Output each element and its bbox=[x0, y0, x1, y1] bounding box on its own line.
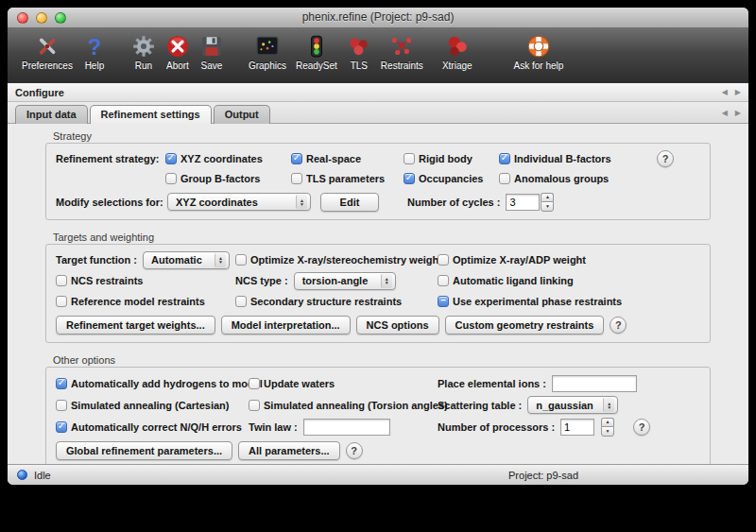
checkbox-automatically-correct-nqh[interactable]: Automatically correct N/Q/H errors bbox=[56, 421, 249, 433]
checkbox-update-waters[interactable]: Update waters bbox=[249, 378, 438, 389]
checkbox-individual-b-factors[interactable]: Individual B-factors bbox=[499, 153, 641, 164]
stepper-up-icon[interactable]: ▲ bbox=[541, 193, 554, 202]
checkbox-automatic-ligand-linking[interactable]: Automatic ligand linking bbox=[438, 275, 700, 286]
dropdown-value: n_gaussian bbox=[536, 400, 597, 411]
stepper-down-icon[interactable]: ▼ bbox=[601, 426, 614, 437]
checkbox-label: Automatic ligand linking bbox=[453, 275, 574, 286]
target-function-dropdown[interactable]: Automatic ▲▼ bbox=[143, 251, 230, 269]
number-of-cycles-field[interactable] bbox=[506, 194, 540, 211]
checkbox-box bbox=[404, 153, 415, 164]
checkbox-tls-parameters[interactable]: TLS parameters bbox=[291, 173, 404, 184]
toolbar-button-tls[interactable]: TLS bbox=[342, 32, 376, 73]
checkbox-automatically-add-hydrogens[interactable]: Automatically add hydrogens to model bbox=[56, 378, 249, 389]
screen-background: phenix.refine (Project: p9-sad) Preferen… bbox=[0, 0, 756, 532]
checkbox-box bbox=[235, 296, 247, 307]
number-of-cycles-label: Number of cycles : bbox=[407, 197, 500, 208]
checkbox-rigid-body[interactable]: Rigid body bbox=[404, 153, 499, 164]
checkbox-optimize-xray-stereochemistry-weight[interactable]: Optimize X-ray/stereochemistry weight bbox=[235, 254, 438, 266]
checkbox-label: TLS parameters bbox=[306, 173, 385, 184]
life-ring-icon bbox=[526, 34, 551, 59]
checkbox-real-space[interactable]: Real-space bbox=[291, 153, 404, 164]
all-parameters-button[interactable]: All parameters... bbox=[238, 441, 340, 460]
toolbar-button-xtriage[interactable]: Xtriage bbox=[438, 32, 477, 73]
refinement-target-weights-button[interactable]: Refinement target weights... bbox=[56, 316, 215, 335]
checkbox-anomalous-groups[interactable]: Anomalous groups bbox=[499, 173, 641, 184]
toolbar-button-save[interactable]: Save bbox=[195, 32, 229, 73]
strategy-group: Strategy Refinement strategy: XYZ coordi… bbox=[45, 130, 711, 220]
scroll-right-icon[interactable]: ▶ bbox=[735, 88, 741, 96]
toolbar-button-ask-for-help[interactable]: Ask for help bbox=[509, 32, 569, 73]
ncs-options-button[interactable]: NCS options bbox=[356, 316, 439, 335]
ncs-type-dropdown[interactable]: torsion-angle ▲▼ bbox=[294, 272, 396, 290]
stepper-up-icon[interactable]: ▲ bbox=[601, 418, 614, 427]
toolbar-button-run[interactable]: Run bbox=[127, 32, 161, 73]
toolbar-button-restraints[interactable]: Restraints bbox=[376, 32, 428, 73]
edit-button[interactable]: Edit bbox=[320, 193, 379, 212]
scroll-right-icon[interactable]: ▶ bbox=[735, 109, 741, 117]
toolbar-button-readyset[interactable]: ReadySet bbox=[291, 32, 342, 73]
twin-law-field[interactable] bbox=[303, 419, 390, 436]
checkbox-simulated-annealing-cartesian[interactable]: Simulated annealing (Cartesian) bbox=[56, 400, 249, 411]
checkbox-occupancies[interactable]: Occupancies bbox=[404, 173, 499, 184]
checkbox-label: Rigid body bbox=[419, 153, 472, 164]
checkbox-optimize-xray-adp-weight[interactable]: Optimize X-ray/ADP weight bbox=[438, 254, 700, 266]
configure-header: Configure ◀ ▶ bbox=[8, 83, 748, 102]
checkbox-use-experimental-phase-restraints[interactable]: Use experimental phase restraints bbox=[438, 296, 700, 307]
number-of-processors-label: Number of processors : bbox=[438, 421, 555, 433]
configure-scroll-arrows[interactable]: ◀ ▶ bbox=[722, 88, 741, 96]
checkbox-reference-model-restraints[interactable]: Reference model restraints bbox=[56, 296, 235, 307]
title-bar[interactable]: phenix.refine (Project: p9-sad) bbox=[8, 8, 748, 28]
checkbox-label: Simulated annealing (Torsion angles) bbox=[264, 400, 448, 411]
tab-output[interactable]: Output bbox=[214, 105, 270, 124]
strategy-help-button[interactable]: ? bbox=[657, 150, 674, 167]
targets-group-title: Targets and weighting bbox=[53, 232, 711, 243]
number-of-cycles-stepper[interactable]: ▲ ▼ bbox=[541, 193, 554, 212]
toolbar-button-preferences[interactable]: Preferences bbox=[17, 32, 77, 73]
checkbox-group-b-factors[interactable]: Group B-factors bbox=[165, 173, 291, 184]
checkbox-simulated-annealing-torsion[interactable]: Simulated annealing (Torsion angles) bbox=[249, 400, 438, 411]
checkbox-ncs-restraints[interactable]: NCS restraints bbox=[56, 275, 235, 286]
custom-geometry-restraints-button[interactable]: Custom geometry restraints bbox=[445, 316, 605, 335]
phenix-refine-window: phenix.refine (Project: p9-sad) Preferen… bbox=[8, 8, 748, 485]
checkbox-box bbox=[56, 378, 67, 389]
restraints-molecule-icon bbox=[389, 34, 414, 59]
dropdown-value: Automatic bbox=[151, 254, 209, 266]
scroll-left-icon[interactable]: ◀ bbox=[722, 88, 728, 96]
other-options-group: Other options Automatically add hydrogen… bbox=[45, 354, 711, 464]
checkbox-box bbox=[56, 400, 67, 411]
target-function-label: Target function : bbox=[56, 254, 137, 266]
number-of-processors-stepper[interactable]: ▲ ▼ bbox=[601, 418, 614, 437]
tab-refinement-settings[interactable]: Refinement settings bbox=[90, 105, 212, 124]
toolbar-label: Run bbox=[135, 60, 152, 71]
checkbox-xyz-coordinates[interactable]: XYZ coordinates bbox=[165, 153, 291, 164]
popup-arrows-icon: ▲▼ bbox=[603, 398, 614, 412]
stepper-down-icon[interactable]: ▼ bbox=[541, 201, 554, 212]
number-of-processors-field[interactable] bbox=[560, 419, 594, 436]
toolbar-button-abort[interactable]: Abort bbox=[161, 32, 195, 73]
scroll-left-icon[interactable]: ◀ bbox=[722, 109, 728, 117]
checkbox-label: Simulated annealing (Cartesian) bbox=[71, 400, 229, 411]
checkbox-secondary-structure-restraints[interactable]: Secondary structure restraints bbox=[235, 296, 438, 307]
tls-spheres-icon bbox=[347, 34, 371, 59]
svg-text:?: ? bbox=[88, 34, 102, 59]
toolbar-button-help[interactable]: ? Help bbox=[77, 32, 112, 73]
checkbox-box bbox=[165, 153, 177, 164]
processors-help-button[interactable]: ? bbox=[633, 419, 650, 436]
tab-bar: Input data Refinement settings Output ◀ … bbox=[8, 102, 748, 124]
model-interpretation-button[interactable]: Model interpretation... bbox=[221, 316, 351, 335]
place-elemental-ions-field[interactable] bbox=[552, 375, 637, 392]
toolbar-label: Ask for help bbox=[514, 60, 564, 71]
global-refinement-parameters-button[interactable]: Global refinement parameters... bbox=[56, 441, 232, 460]
toolbar-button-graphics[interactable]: Graphics bbox=[244, 32, 291, 73]
refinement-strategy-label: Refinement strategy: bbox=[56, 153, 165, 164]
other-options-help-button[interactable]: ? bbox=[346, 442, 363, 459]
checkbox-box bbox=[56, 296, 67, 307]
checkbox-label: Update waters bbox=[264, 378, 335, 389]
scattering-table-dropdown[interactable]: n_gaussian ▲▼ bbox=[527, 396, 618, 414]
modify-selections-dropdown[interactable]: XYZ coordinates ▲▼ bbox=[167, 193, 311, 211]
window-title: phenix.refine (Project: p9-sad) bbox=[8, 10, 748, 24]
tab-input-data[interactable]: Input data bbox=[15, 105, 88, 124]
tab-scroll-arrows[interactable]: ◀ ▶ bbox=[722, 109, 741, 117]
targets-help-button[interactable]: ? bbox=[610, 317, 627, 334]
dropdown-value: torsion-angle bbox=[302, 275, 375, 286]
